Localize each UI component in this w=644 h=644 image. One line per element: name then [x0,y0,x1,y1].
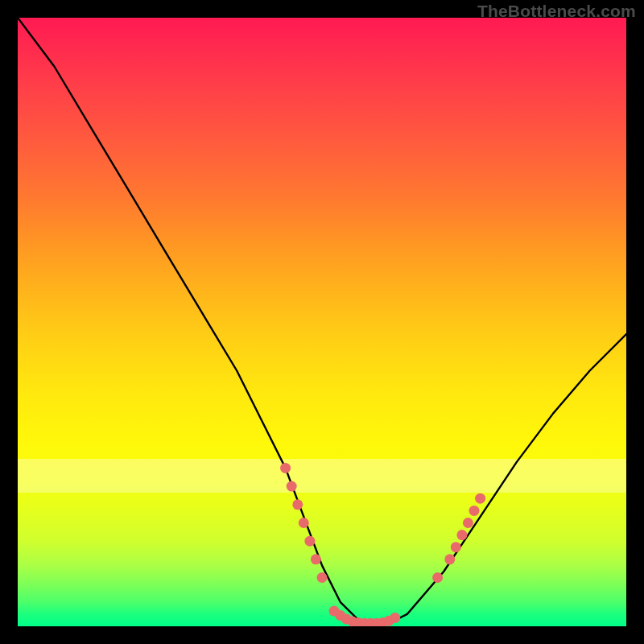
chart-frame: TheBottleneck.com [0,0,644,644]
marker-point [311,554,321,564]
marker-point [475,493,485,504]
marker-point [432,572,443,583]
marker-point [304,536,315,547]
chart-svg [18,18,626,626]
watermark-text: TheBottleneck.com [477,2,636,21]
series-bottleneck-curve [18,18,626,626]
marker-point [280,463,291,473]
marker-point [469,506,480,516]
marker-point [299,518,309,528]
plot-area [18,18,626,626]
marker-point [463,518,473,528]
marker-point [444,554,455,564]
marker-point [456,530,467,540]
marker-point [292,499,303,510]
marker-layer [280,463,485,626]
marker-point [317,572,328,583]
marker-point [451,542,461,552]
marker-point [390,613,400,623]
marker-point [287,481,297,492]
curve-layer [18,18,626,626]
